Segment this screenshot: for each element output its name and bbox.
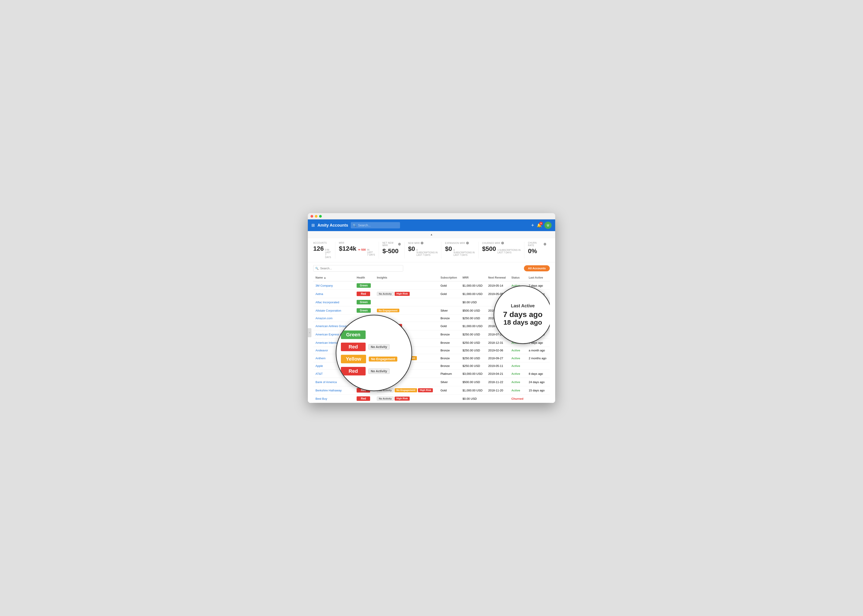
cell-next-renewal: 2018-09-27 bbox=[486, 354, 509, 362]
cell-last-active: 21 days ago bbox=[527, 306, 550, 315]
table-row[interactable]: American Airlines GroupRedNo ActivityH..… bbox=[313, 322, 550, 330]
table-row[interactable]: Best BuyRedNo ActivityHigh Risk$0.00 USD… bbox=[313, 394, 550, 403]
table-row[interactable]: AnthemRedNo ActivityRenewing SoonBronze$… bbox=[313, 354, 550, 362]
account-link[interactable]: Andeavor bbox=[316, 349, 328, 352]
health-badge: Red bbox=[357, 388, 370, 393]
account-link[interactable]: 3M Company bbox=[316, 284, 333, 287]
account-link[interactable]: Best Buy bbox=[316, 397, 327, 401]
col-insights[interactable]: Insights bbox=[375, 274, 438, 281]
cell-mrr: $0.00 USD bbox=[460, 394, 486, 403]
account-link[interactable]: Allstate Corporation bbox=[316, 309, 341, 312]
nav-brand: Amity Accounts bbox=[318, 223, 348, 228]
col-status[interactable]: Status bbox=[509, 274, 527, 281]
col-subscription[interactable]: Subscription bbox=[438, 274, 460, 281]
cell-insights bbox=[375, 378, 438, 386]
table-row[interactable]: 3M CompanyGreenGold$1,000.00 USD2019-05-… bbox=[313, 281, 550, 290]
table-row[interactable]: American International G...YellowNo Enga… bbox=[313, 339, 550, 347]
account-link[interactable]: Aetna bbox=[316, 292, 323, 295]
churned-mrr-info-icon[interactable]: i bbox=[501, 242, 504, 244]
close-button[interactable] bbox=[311, 215, 313, 218]
accounts-table-container: Green Red No Activity Yellow No Engageme… bbox=[313, 274, 550, 403]
cell-status: Active bbox=[509, 378, 527, 386]
stat-accounts-label: ACCOUNTS bbox=[313, 242, 332, 244]
cell-name: American Airlines Group bbox=[313, 322, 354, 330]
cell-mrr: $1,000.00 USD bbox=[460, 290, 486, 298]
all-accounts-button[interactable]: All Accounts bbox=[524, 265, 550, 271]
cell-last-active: 24 days ago bbox=[527, 378, 550, 386]
table-row[interactable]: American Express Comp...RedRenewing Soon… bbox=[313, 330, 550, 339]
account-link[interactable]: Bank of America bbox=[316, 380, 337, 384]
table-row[interactable]: Aflac IncorporatedGreen$0.00 USDChurned bbox=[313, 298, 550, 306]
health-badge: Red bbox=[357, 356, 370, 360]
new-mrr-info-icon[interactable]: i bbox=[421, 242, 423, 244]
account-link[interactable]: Berkshire Hathaway bbox=[316, 389, 341, 392]
col-mrr[interactable]: MRR bbox=[460, 274, 486, 281]
table-row[interactable]: Amazon.comBronze$250.00 USD2019-04-02Act… bbox=[313, 315, 550, 322]
cell-mrr: $1,000.00 USD bbox=[460, 386, 486, 394]
collapse-button[interactable]: ▲ bbox=[430, 233, 433, 236]
grid-icon[interactable]: ⊞ bbox=[311, 223, 315, 228]
account-link[interactable]: Anthem bbox=[316, 357, 325, 360]
cell-next-renewal: 2018-12-11 bbox=[486, 322, 509, 330]
cell-health: Red bbox=[354, 322, 375, 330]
cell-next-renewal: 2019-05-11 bbox=[486, 362, 509, 369]
table-row[interactable]: Bank of AmericaGreenSilver$500.00 USD201… bbox=[313, 378, 550, 386]
table-row[interactable]: Allstate CorporationGreenNo EngagementSi… bbox=[313, 306, 550, 315]
stat-new-mrr-label: NEW MRR i bbox=[408, 242, 438, 244]
col-last-active[interactable]: Last Active bbox=[527, 274, 550, 281]
user-avatar[interactable]: U bbox=[544, 222, 552, 229]
account-link[interactable]: American Express Comp... bbox=[316, 333, 351, 336]
churn-rate-info-icon[interactable]: i bbox=[544, 243, 546, 245]
health-badge: Green bbox=[357, 308, 371, 313]
filter-search-input[interactable] bbox=[313, 265, 403, 272]
col-health[interactable]: Health bbox=[354, 274, 375, 281]
filter-search-icon: 🔍 bbox=[315, 267, 319, 270]
net-new-mrr-info-icon[interactable]: i bbox=[398, 243, 401, 245]
stat-new-mrr: NEW MRR i $0 0 SUBSCRIPTIONS IN LAST 7 D… bbox=[404, 242, 442, 259]
account-link[interactable]: Aflac Incorporated bbox=[316, 300, 339, 304]
account-link[interactable]: AT&T bbox=[316, 372, 323, 376]
health-badge: Red bbox=[357, 324, 370, 328]
health-badge: Green bbox=[357, 300, 371, 305]
account-link[interactable]: Apple bbox=[316, 364, 323, 368]
fullscreen-button[interactable] bbox=[319, 215, 322, 218]
col-name[interactable]: Name ▲ bbox=[313, 274, 354, 281]
cell-status: Active bbox=[509, 339, 527, 347]
cell-subscription: Gold bbox=[438, 290, 460, 298]
expansion-mrr-info-icon[interactable]: i bbox=[466, 242, 469, 244]
col-next-renewal[interactable]: Next Renewal bbox=[486, 274, 509, 281]
add-button[interactable]: + bbox=[531, 222, 534, 228]
cell-last-active: a month ago bbox=[527, 347, 550, 354]
table-row[interactable]: AetnaRedNo ActivityHigh RiskGold$1,000.0… bbox=[313, 290, 550, 298]
minimize-button[interactable] bbox=[315, 215, 318, 218]
cell-name: Anthem bbox=[313, 354, 354, 362]
account-link[interactable]: American Airlines Group bbox=[316, 324, 347, 328]
cell-last-active: 7 days ago bbox=[527, 281, 550, 290]
cell-insights: No ActivityHigh Risk bbox=[375, 394, 438, 403]
cell-last-active bbox=[527, 298, 550, 306]
table-row[interactable]: Berkshire HathawayRedNo ActivityNo Engag… bbox=[313, 386, 550, 394]
table-row[interactable]: AppleBronze$250.00 USD2019-05-11Active bbox=[313, 362, 550, 369]
cell-subscription: Bronze bbox=[438, 315, 460, 322]
notification-bell[interactable]: 🔔 9 bbox=[537, 223, 542, 228]
table-row[interactable]: AT&TGreenPlatinum$3,000.00 USD2019-04-21… bbox=[313, 369, 550, 378]
cell-mrr: $250.00 USD bbox=[460, 347, 486, 354]
cell-subscription: Bronze bbox=[438, 330, 460, 339]
account-link[interactable]: American International G... bbox=[316, 341, 351, 344]
stat-accounts: ACCOUNTS 126 0 IN LAST 7 DAYS bbox=[313, 242, 335, 259]
status-badge: Active bbox=[511, 284, 520, 287]
cell-health: Green bbox=[354, 378, 375, 386]
health-badge: Green bbox=[357, 283, 371, 288]
account-link[interactable]: Amazon.com bbox=[316, 317, 333, 320]
nav-search-input[interactable] bbox=[351, 222, 400, 228]
table-row[interactable]: AndeavorBronze$250.00 USD2019-02-06Activ… bbox=[313, 347, 550, 354]
stat-expansion-mrr-label: EXPANSION MRR i bbox=[445, 242, 475, 244]
insight-tag: No Engagement bbox=[395, 388, 417, 392]
cell-subscription bbox=[438, 394, 460, 403]
titlebar bbox=[308, 213, 555, 219]
status-badge: Active bbox=[511, 349, 520, 352]
sidebar-expand-button[interactable]: › bbox=[308, 328, 311, 337]
stat-churn-rate-label: CHURN RATE i bbox=[528, 242, 546, 247]
cell-status: Active bbox=[509, 281, 527, 290]
insight-tag: H... bbox=[395, 324, 402, 328]
